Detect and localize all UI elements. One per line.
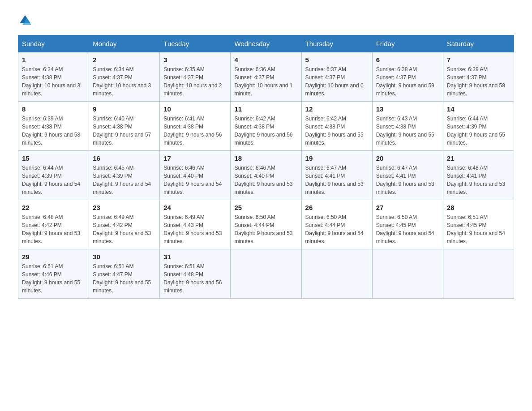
- day-info: Sunrise: 6:49 AM Sunset: 4:42 PM Dayligh…: [93, 213, 156, 245]
- weekday-header-row: SundayMondayTuesdayWednesdayThursdayFrid…: [18, 35, 514, 52]
- weekday-header-thursday: Thursday: [301, 35, 372, 52]
- calendar-day-cell: 27 Sunrise: 6:50 AM Sunset: 4:45 PM Dayl…: [372, 200, 443, 249]
- calendar-day-cell: 7 Sunrise: 6:39 AM Sunset: 4:37 PM Dayli…: [443, 52, 514, 102]
- calendar-day-cell: 4 Sunrise: 6:36 AM Sunset: 4:37 PM Dayli…: [231, 52, 301, 102]
- day-info: Sunrise: 6:51 AM Sunset: 4:46 PM Dayligh…: [22, 262, 85, 295]
- day-info: Sunrise: 6:49 AM Sunset: 4:43 PM Dayligh…: [163, 213, 227, 245]
- day-number: 9: [93, 105, 156, 113]
- calendar-day-cell: 12 Sunrise: 6:42 AM Sunset: 4:38 PM Dayl…: [301, 102, 372, 151]
- day-number: 13: [376, 105, 439, 113]
- day-number: 12: [305, 105, 369, 113]
- weekday-header-friday: Friday: [372, 35, 443, 52]
- calendar-week-row: 15 Sunrise: 6:44 AM Sunset: 4:39 PM Dayl…: [18, 151, 514, 200]
- calendar-day-cell: 10 Sunrise: 6:41 AM Sunset: 4:38 PM Dayl…: [160, 102, 231, 151]
- day-number: 4: [234, 56, 297, 64]
- day-info: Sunrise: 6:42 AM Sunset: 4:38 PM Dayligh…: [305, 115, 369, 147]
- day-number: 17: [163, 154, 227, 162]
- calendar-day-cell: 23 Sunrise: 6:49 AM Sunset: 4:42 PM Dayl…: [89, 200, 160, 249]
- day-info: Sunrise: 6:36 AM Sunset: 4:37 PM Dayligh…: [234, 65, 297, 98]
- calendar-day-cell: 29 Sunrise: 6:51 AM Sunset: 4:46 PM Dayl…: [18, 249, 89, 299]
- logo: [18, 13, 31, 26]
- day-info: Sunrise: 6:51 AM Sunset: 4:47 PM Dayligh…: [93, 262, 156, 295]
- day-number: 27: [376, 204, 439, 211]
- day-info: Sunrise: 6:41 AM Sunset: 4:38 PM Dayligh…: [163, 115, 227, 147]
- calendar-day-cell: 16 Sunrise: 6:45 AM Sunset: 4:39 PM Dayl…: [89, 151, 160, 200]
- calendar-day-cell: 3 Sunrise: 6:35 AM Sunset: 4:37 PM Dayli…: [160, 52, 231, 102]
- calendar-day-cell: 31 Sunrise: 6:51 AM Sunset: 4:48 PM Dayl…: [160, 249, 231, 299]
- day-number: 16: [93, 154, 156, 162]
- day-number: 5: [305, 56, 369, 64]
- day-number: 3: [163, 56, 227, 64]
- day-info: Sunrise: 6:35 AM Sunset: 4:37 PM Dayligh…: [163, 65, 227, 98]
- day-info: Sunrise: 6:39 AM Sunset: 4:37 PM Dayligh…: [447, 65, 510, 98]
- day-number: 30: [93, 253, 156, 261]
- day-number: 18: [234, 154, 297, 162]
- day-info: Sunrise: 6:50 AM Sunset: 4:44 PM Dayligh…: [234, 213, 297, 245]
- day-number: 15: [22, 154, 85, 162]
- day-number: 29: [22, 253, 85, 261]
- calendar-day-cell: 25 Sunrise: 6:50 AM Sunset: 4:44 PM Dayl…: [231, 200, 301, 249]
- day-info: Sunrise: 6:43 AM Sunset: 4:38 PM Dayligh…: [376, 115, 439, 147]
- calendar-day-cell: 28 Sunrise: 6:51 AM Sunset: 4:45 PM Dayl…: [443, 200, 514, 249]
- day-info: Sunrise: 6:47 AM Sunset: 4:41 PM Dayligh…: [305, 164, 369, 196]
- calendar-day-cell: [301, 249, 372, 299]
- calendar-day-cell: 18 Sunrise: 6:46 AM Sunset: 4:40 PM Dayl…: [231, 151, 301, 200]
- day-number: 19: [305, 154, 369, 162]
- calendar-day-cell: 11 Sunrise: 6:42 AM Sunset: 4:38 PM Dayl…: [231, 102, 301, 151]
- calendar-day-cell: 9 Sunrise: 6:40 AM Sunset: 4:38 PM Dayli…: [89, 102, 160, 151]
- day-number: 6: [376, 56, 439, 64]
- calendar-day-cell: 19 Sunrise: 6:47 AM Sunset: 4:41 PM Dayl…: [301, 151, 372, 200]
- calendar-day-cell: 15 Sunrise: 6:44 AM Sunset: 4:39 PM Dayl…: [18, 151, 89, 200]
- day-number: 8: [22, 105, 85, 113]
- day-info: Sunrise: 6:34 AM Sunset: 4:37 PM Dayligh…: [93, 65, 156, 98]
- day-info: Sunrise: 6:40 AM Sunset: 4:38 PM Dayligh…: [93, 115, 156, 147]
- logo-text: [18, 13, 31, 26]
- day-info: Sunrise: 6:51 AM Sunset: 4:48 PM Dayligh…: [163, 262, 227, 295]
- day-number: 31: [163, 253, 227, 261]
- day-number: 14: [447, 105, 510, 113]
- day-info: Sunrise: 6:48 AM Sunset: 4:42 PM Dayligh…: [22, 213, 85, 245]
- weekday-header-saturday: Saturday: [443, 35, 514, 52]
- day-info: Sunrise: 6:46 AM Sunset: 4:40 PM Dayligh…: [234, 164, 297, 196]
- day-info: Sunrise: 6:37 AM Sunset: 4:37 PM Dayligh…: [305, 65, 369, 98]
- day-number: 11: [234, 105, 297, 113]
- logo-icon: [19, 13, 31, 26]
- calendar-day-cell: 30 Sunrise: 6:51 AM Sunset: 4:47 PM Dayl…: [89, 249, 160, 299]
- day-info: Sunrise: 6:47 AM Sunset: 4:41 PM Dayligh…: [376, 164, 439, 196]
- day-number: 21: [447, 154, 510, 162]
- calendar-day-cell: 5 Sunrise: 6:37 AM Sunset: 4:37 PM Dayli…: [301, 52, 372, 102]
- day-info: Sunrise: 6:48 AM Sunset: 4:41 PM Dayligh…: [447, 164, 510, 196]
- calendar-day-cell: 14 Sunrise: 6:44 AM Sunset: 4:39 PM Dayl…: [443, 102, 514, 151]
- calendar-day-cell: [231, 249, 301, 299]
- day-info: Sunrise: 6:42 AM Sunset: 4:38 PM Dayligh…: [234, 115, 297, 147]
- calendar-day-cell: 13 Sunrise: 6:43 AM Sunset: 4:38 PM Dayl…: [372, 102, 443, 151]
- calendar-day-cell: 21 Sunrise: 6:48 AM Sunset: 4:41 PM Dayl…: [443, 151, 514, 200]
- day-number: 20: [376, 154, 439, 162]
- day-info: Sunrise: 6:38 AM Sunset: 4:37 PM Dayligh…: [376, 65, 439, 98]
- calendar-day-cell: 1 Sunrise: 6:34 AM Sunset: 4:38 PM Dayli…: [18, 52, 89, 102]
- day-number: 23: [93, 204, 156, 211]
- calendar-day-cell: [443, 249, 514, 299]
- day-info: Sunrise: 6:45 AM Sunset: 4:39 PM Dayligh…: [93, 164, 156, 196]
- day-number: 26: [305, 204, 369, 211]
- calendar-day-cell: [372, 249, 443, 299]
- day-number: 2: [93, 56, 156, 64]
- calendar-week-row: 22 Sunrise: 6:48 AM Sunset: 4:42 PM Dayl…: [18, 200, 514, 249]
- weekday-header-tuesday: Tuesday: [160, 35, 231, 52]
- calendar-day-cell: 2 Sunrise: 6:34 AM Sunset: 4:37 PM Dayli…: [89, 52, 160, 102]
- day-info: Sunrise: 6:50 AM Sunset: 4:44 PM Dayligh…: [305, 213, 369, 245]
- calendar-day-cell: 20 Sunrise: 6:47 AM Sunset: 4:41 PM Dayl…: [372, 151, 443, 200]
- day-number: 25: [234, 204, 297, 211]
- day-number: 10: [163, 105, 227, 113]
- weekday-header-sunday: Sunday: [18, 35, 89, 52]
- day-number: 1: [22, 56, 85, 64]
- calendar-day-cell: 26 Sunrise: 6:50 AM Sunset: 4:44 PM Dayl…: [301, 200, 372, 249]
- day-info: Sunrise: 6:39 AM Sunset: 4:38 PM Dayligh…: [22, 115, 85, 147]
- page-header: [18, 13, 514, 26]
- calendar-week-row: 8 Sunrise: 6:39 AM Sunset: 4:38 PM Dayli…: [18, 102, 514, 151]
- calendar-table: SundayMondayTuesdayWednesdayThursdayFrid…: [18, 35, 514, 299]
- calendar-day-cell: 17 Sunrise: 6:46 AM Sunset: 4:40 PM Dayl…: [160, 151, 231, 200]
- weekday-header-monday: Monday: [89, 35, 160, 52]
- day-number: 22: [22, 204, 85, 211]
- day-info: Sunrise: 6:44 AM Sunset: 4:39 PM Dayligh…: [22, 164, 85, 196]
